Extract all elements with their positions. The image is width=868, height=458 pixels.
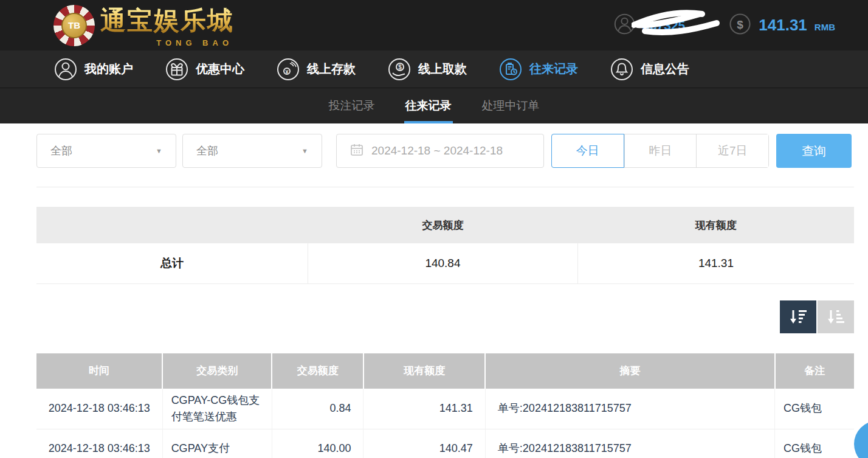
table-row: 2024-12-18 03:46:13 CGPAY-CG钱包支付笔笔送优惠 0.… xyxy=(36,389,854,429)
poker-chip-icon: TB xyxy=(53,5,95,46)
user-icon xyxy=(613,13,636,38)
records-clipboard-icon xyxy=(498,57,523,82)
quick-date-group: 今日 昨日 近7日 xyxy=(551,134,769,168)
dollar-coin-icon: $ xyxy=(729,13,751,38)
summary-header-empty xyxy=(36,207,308,243)
chevron-down-icon: ▼ xyxy=(156,147,162,154)
cell-time: 2024-12-18 03:46:13 xyxy=(36,429,162,458)
nav-label: 线上存款 xyxy=(307,61,356,77)
transactions-header-row: 时间 交易类别 交易额度 现有额度 摘要 备注 xyxy=(36,353,854,389)
tab-label: 往来记录 xyxy=(405,98,452,114)
cell-note: CG钱包 xyxy=(775,429,855,458)
nav-item-withdraw[interactable]: $ 线上取款 xyxy=(387,57,467,82)
tab-label: 投注记录 xyxy=(329,98,375,114)
active-tab-underline xyxy=(404,121,453,123)
cell-type: CGPAY支付 xyxy=(162,429,272,458)
user-circle-icon xyxy=(53,57,78,82)
col-time: 时间 xyxy=(36,353,162,389)
tab-label: 处理中订单 xyxy=(482,98,540,114)
nav-label: 线上取款 xyxy=(418,61,467,77)
bell-icon xyxy=(610,57,634,82)
cell-amount: 140.00 xyxy=(272,429,363,458)
svg-text:$: $ xyxy=(398,64,402,71)
gift-icon xyxy=(165,57,189,82)
cell-summary: 单号:202412183811715757 xyxy=(485,389,774,429)
filter-row: 全部 ▼ 全部 ▼ 2024-12-18 ~ 2024-12-18 今日 昨日 … xyxy=(36,134,854,168)
type-select-value: 全部 xyxy=(50,144,72,158)
topbar-right: bc7325 $ 141.31 RMB xyxy=(613,13,835,38)
tab-pending-orders[interactable]: 处理中订单 xyxy=(481,88,541,123)
nav-item-promotions[interactable]: 优惠中心 xyxy=(165,57,244,82)
col-note: 备注 xyxy=(775,353,855,389)
sub-nav: 投注记录 往来记录 处理中订单 xyxy=(0,88,868,123)
nav-label: 我的账户 xyxy=(84,61,133,77)
brand-logo[interactable]: TB 通宝娱乐城 TONG BAO xyxy=(53,4,234,47)
tab-bet-records[interactable]: 投注记录 xyxy=(328,88,376,123)
cell-balance: 141.31 xyxy=(363,389,485,429)
date-range-picker[interactable]: 2024-12-18 ~ 2024-12-18 xyxy=(336,134,544,168)
summary-total-transaction: 140.84 xyxy=(308,243,578,283)
cell-balance: 140.47 xyxy=(363,429,485,458)
chip-monogram: TB xyxy=(61,13,87,38)
quick-btn-last7days[interactable]: 近7日 xyxy=(696,134,768,167)
sort-descending-button[interactable] xyxy=(780,300,816,333)
sort-controls xyxy=(36,300,854,333)
cell-type: CGPAY-CG钱包支付笔笔送优惠 xyxy=(162,389,272,429)
main-nav: 我的账户 优惠中心 ¥ 线上存款 xyxy=(0,50,868,88)
nav-label: 信息公告 xyxy=(641,61,689,77)
brand-title: 通宝娱乐城 xyxy=(100,4,234,38)
balance[interactable]: $ 141.31 RMB xyxy=(729,13,835,38)
nav-item-announcements[interactable]: 信息公告 xyxy=(610,57,689,82)
summary-header-transaction: 交易额度 xyxy=(308,207,578,243)
cell-time: 2024-12-18 03:46:13 xyxy=(36,389,162,429)
content: 全部 ▼ 全部 ▼ 2024-12-18 ~ 2024-12-18 今日 昨日 … xyxy=(0,123,868,458)
nav-label: 优惠中心 xyxy=(196,61,244,77)
col-type: 交易类别 xyxy=(162,353,272,389)
calendar-icon xyxy=(350,143,363,159)
col-amount: 交易额度 xyxy=(272,353,363,389)
summary-total-row: 总计 140.84 141.31 xyxy=(36,243,854,283)
category-select-value: 全部 xyxy=(196,144,218,158)
sort-ascending-button[interactable] xyxy=(818,300,854,333)
brand-subtitle: TONG BAO xyxy=(156,38,233,47)
withdraw-hand-coin-icon: $ xyxy=(387,57,412,82)
brand-text: 通宝娱乐城 TONG BAO xyxy=(100,4,234,47)
transactions-table: 时间 交易类别 交易额度 现有额度 摘要 备注 2024-12-18 03:46… xyxy=(36,353,854,458)
table-row: 2024-12-18 03:46:13 CGPAY支付 140.00 140.4… xyxy=(36,429,854,458)
summary-total-label: 总计 xyxy=(36,243,308,283)
date-range-value: 2024-12-18 ~ 2024-12-18 xyxy=(371,144,503,158)
balance-currency: RMB xyxy=(815,18,835,32)
username: bc7325 xyxy=(642,18,685,33)
quick-btn-today[interactable]: 今日 xyxy=(551,134,624,168)
nav-label: 往来记录 xyxy=(529,61,578,77)
summary-header-row: 交易额度 现有额度 xyxy=(36,207,854,243)
cell-note: CG钱包 xyxy=(775,389,855,429)
topbar: TB 通宝娱乐城 TONG BAO bc7325 xyxy=(0,0,868,50)
nav-item-transactions[interactable]: 往来记录 xyxy=(498,57,578,82)
summary-table: 交易额度 现有额度 总计 140.84 141.31 xyxy=(36,207,854,284)
cell-amount: 0.84 xyxy=(272,389,363,429)
nav-item-my-account[interactable]: 我的账户 xyxy=(53,57,133,82)
chevron-down-icon: ▼ xyxy=(301,147,308,154)
category-select[interactable]: 全部 ▼ xyxy=(182,134,322,168)
deposit-hand-coin-icon: ¥ xyxy=(276,57,300,82)
section-divider xyxy=(36,187,854,187)
balance-amount: 141.31 xyxy=(759,16,807,35)
nav-item-deposit[interactable]: ¥ 线上存款 xyxy=(276,57,356,82)
cell-summary: 单号:202412183811715757 xyxy=(485,429,774,458)
user-account[interactable]: bc7325 xyxy=(613,13,685,38)
search-button[interactable]: 查询 xyxy=(776,134,852,168)
summary-header-balance: 现有额度 xyxy=(577,207,854,243)
col-summary: 摘要 xyxy=(485,353,774,389)
svg-text:¥: ¥ xyxy=(285,68,288,74)
tab-transaction-records[interactable]: 往来记录 xyxy=(404,88,453,123)
col-balance: 现有额度 xyxy=(363,353,485,389)
summary-total-balance: 141.31 xyxy=(577,243,854,283)
svg-text:$: $ xyxy=(737,18,744,31)
type-select[interactable]: 全部 ▼ xyxy=(36,134,176,168)
quick-btn-yesterday[interactable]: 昨日 xyxy=(624,134,697,167)
